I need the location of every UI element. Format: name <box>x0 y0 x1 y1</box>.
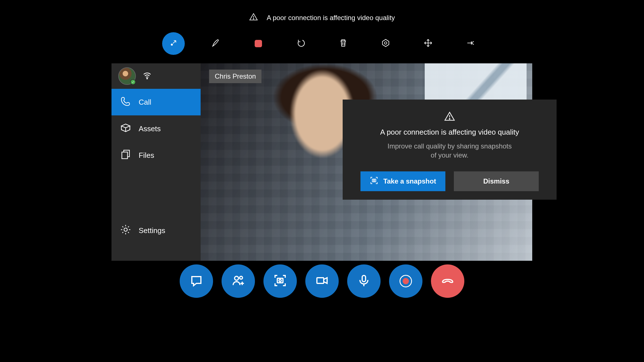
svg-point-15 <box>240 276 242 279</box>
dialog-title: A poor connection is affecting video qua… <box>380 128 519 137</box>
svg-rect-19 <box>362 275 366 282</box>
svg-point-14 <box>235 276 239 280</box>
annotation-toolbar <box>0 32 644 55</box>
mic-icon <box>357 274 371 288</box>
pin-icon <box>466 38 475 49</box>
svg-point-2 <box>171 44 173 46</box>
sidebar-item-label: Files <box>139 151 154 160</box>
people-add-icon <box>231 274 245 288</box>
sidebar-item-label: Call <box>139 98 151 107</box>
record-button[interactable] <box>389 264 422 298</box>
camera-frame-icon <box>273 274 287 288</box>
trash-icon <box>338 38 348 49</box>
mic-button[interactable] <box>347 264 381 298</box>
wifi-icon <box>143 71 152 81</box>
sidebar-item-files[interactable]: Files <box>111 142 201 169</box>
sidebar: Call Assets Files Settings <box>111 63 201 261</box>
top-connection-warning: A poor connection is affecting video qua… <box>0 12 644 23</box>
dismiss-button[interactable]: Dismiss <box>454 171 539 191</box>
chat-icon <box>190 274 203 288</box>
chat-button[interactable] <box>180 264 213 298</box>
hangup-button[interactable] <box>431 264 464 298</box>
connection-quality-dialog: A poor connection is affecting video qua… <box>343 100 557 200</box>
move-arrows-icon <box>423 38 433 49</box>
video-button[interactable] <box>305 264 339 298</box>
files-icon <box>120 149 131 162</box>
button-label: Dismiss <box>483 177 509 185</box>
phone-icon <box>120 96 131 109</box>
minimize-inward-icon <box>169 38 178 49</box>
take-snapshot-button[interactable]: Take a snapshot <box>360 171 445 191</box>
stop-record-icon <box>255 40 262 47</box>
dialog-body-line1: Improve call quality by sharing snapshot… <box>388 142 512 150</box>
sidebar-item-call[interactable]: Call <box>111 89 201 115</box>
sidebar-item-settings[interactable]: Settings <box>111 217 201 244</box>
video-icon <box>315 274 329 288</box>
dialog-body: Improve call quality by sharing snapshot… <box>388 142 512 160</box>
svg-point-9 <box>124 228 127 231</box>
warning-icon <box>249 12 258 23</box>
hangup-icon <box>441 274 454 288</box>
sidebar-item-label: Settings <box>139 226 165 235</box>
svg-point-11 <box>449 118 450 119</box>
gear-icon <box>120 224 131 237</box>
sidebar-nav: Call Assets Files Settings <box>111 89 201 261</box>
remote-name-tag: Chris Preston <box>209 70 261 83</box>
warning-icon <box>444 111 455 122</box>
dialog-body-line2: of your view. <box>431 151 468 159</box>
box-icon <box>120 122 131 135</box>
toolbar-move[interactable] <box>407 38 449 49</box>
svg-point-6 <box>385 42 387 44</box>
svg-marker-5 <box>383 39 389 47</box>
svg-point-13 <box>373 180 375 181</box>
call-controls <box>0 264 644 298</box>
svg-point-17 <box>279 279 281 282</box>
undo-icon <box>296 38 306 49</box>
sidebar-item-assets[interactable]: Assets <box>111 115 201 142</box>
svg-point-1 <box>253 19 254 19</box>
dialog-buttons: Take a snapshot Dismiss <box>360 171 539 191</box>
snapshot-button[interactable] <box>263 264 297 298</box>
add-people-button[interactable] <box>222 264 255 298</box>
pen-icon <box>211 38 221 49</box>
top-warning-text: A poor connection is affecting video qua… <box>267 14 395 22</box>
svg-rect-18 <box>317 278 324 283</box>
sidebar-header <box>111 63 201 89</box>
toolbar-undo[interactable] <box>280 38 322 49</box>
toolbar-stop-record[interactable] <box>237 40 280 47</box>
aperture-icon <box>381 38 390 49</box>
sidebar-item-label: Assets <box>139 124 161 133</box>
toolbar-minimize[interactable] <box>152 32 195 55</box>
toolbar-aperture[interactable] <box>364 38 407 49</box>
button-label: Take a snapshot <box>383 177 436 185</box>
toolbar-delete[interactable] <box>322 38 364 49</box>
svg-point-7 <box>147 78 148 79</box>
presence-badge <box>130 79 136 85</box>
record-icon <box>400 275 412 287</box>
svg-rect-8 <box>122 152 128 158</box>
camera-frame-icon <box>370 176 378 186</box>
toolbar-pin[interactable] <box>449 38 492 49</box>
toolbar-pen[interactable] <box>195 38 237 49</box>
avatar[interactable] <box>118 67 136 85</box>
